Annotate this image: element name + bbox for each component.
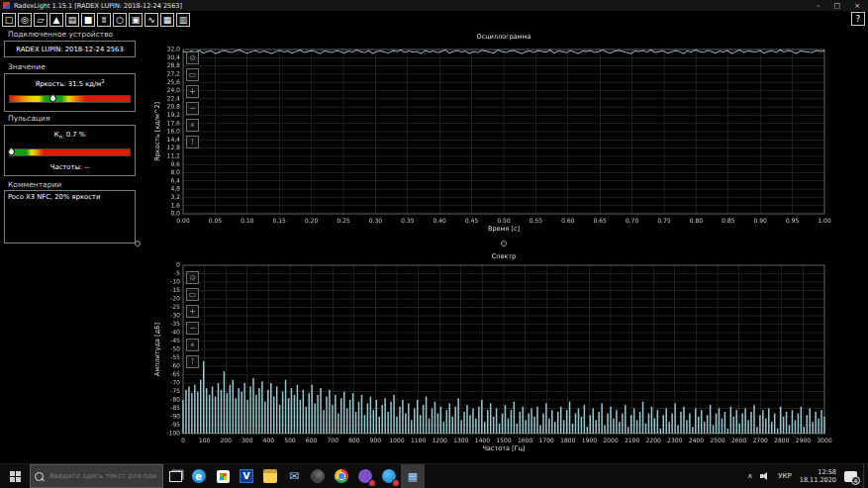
search-device-icon[interactable]: ◎ xyxy=(18,13,32,27)
brightness-marker[interactable] xyxy=(48,94,57,104)
windows-logo-icon xyxy=(10,471,21,482)
frequencies-label: Частоты: -- xyxy=(5,163,135,171)
taskbar-search[interactable] xyxy=(30,464,163,488)
box-zoom-icon[interactable]: ▭ xyxy=(186,288,199,301)
device-section-label: Подключенное устройство xyxy=(8,30,113,39)
spectrum-icon[interactable]: ▦ xyxy=(160,13,174,27)
white-screen-icon[interactable]: ■ xyxy=(81,13,95,27)
edge-icon[interactable]: e xyxy=(187,464,211,488)
comment-text[interactable]: Poco X3 NFC, 20% яркости xyxy=(8,193,100,201)
spectrum-chart[interactable] xyxy=(148,249,863,459)
store-icon[interactable] xyxy=(211,464,235,488)
oscillogram-toolbar: ⊙▭+−⌖⊺ xyxy=(186,51,199,152)
window-title: RadexLight 1.15.1 [RADEX LUPIN: 2018-12-… xyxy=(14,2,817,10)
clock-display-icon[interactable]: ▣ xyxy=(129,13,143,27)
zoom-icon[interactable]: ⊙ xyxy=(186,51,199,64)
volume-icon[interactable] xyxy=(760,472,770,481)
taskbar-clock[interactable]: 12:58 18.11.2020 xyxy=(800,468,836,484)
close-button[interactable]: × xyxy=(854,2,860,10)
start-button[interactable] xyxy=(0,464,30,488)
notification-badge: 4 xyxy=(851,476,860,485)
reset-icon[interactable]: ⊺ xyxy=(186,136,199,148)
pulsation-value: Кп: 0.7 % xyxy=(5,131,135,140)
v-app-icon[interactable]: V xyxy=(235,464,258,488)
viber-icon[interactable] xyxy=(353,464,377,488)
open-file-icon[interactable]: ▱ xyxy=(34,13,48,27)
show-desktop-button[interactable] xyxy=(863,464,868,488)
pulsation-marker[interactable] xyxy=(7,147,17,157)
device-name: RADEX LUPIN: 2018-12-24 2563 xyxy=(5,46,135,53)
reset-icon[interactable]: ⊺ xyxy=(186,355,199,368)
zoom-out-icon[interactable]: − xyxy=(186,322,199,335)
chrome-icon[interactable] xyxy=(330,464,353,488)
title-bar: RadexLight 1.15.1 [RADEX LUPIN: 2018-12-… xyxy=(0,0,868,11)
oscillogram-chart[interactable] xyxy=(148,30,863,240)
comments-box[interactable]: Poco X3 NFC, 20% яркости xyxy=(4,190,136,244)
pan-icon[interactable]: ⌖ xyxy=(186,119,199,132)
comments-section-label: Комментарии xyxy=(8,180,61,189)
messenger-icon[interactable] xyxy=(377,464,401,488)
taskbar-apps: eV✉▦ xyxy=(187,464,425,488)
browser-icon xyxy=(311,469,325,483)
task-view-button[interactable] xyxy=(163,464,187,488)
explorer-icon xyxy=(263,469,277,483)
edge-icon: e xyxy=(192,469,206,483)
export-icon[interactable]: ▲ xyxy=(49,13,63,27)
brightness-scale xyxy=(9,95,131,103)
pulsation-scale xyxy=(9,148,131,156)
spectrum-toolbar: ⊙▭+−⌖⊺ xyxy=(186,271,199,372)
v-app-icon: V xyxy=(240,469,253,483)
notification-center-icon[interactable]: 4 xyxy=(844,471,857,482)
pan-icon[interactable]: ⌖ xyxy=(186,339,199,351)
chrome-icon xyxy=(335,469,348,483)
value-section-label: Значение xyxy=(8,62,46,71)
hidden-icons-chevron-icon[interactable]: ∧ xyxy=(747,472,752,480)
unread-badge xyxy=(392,479,400,487)
zoom-out-icon[interactable]: − xyxy=(186,102,199,115)
minimize-button[interactable]: – xyxy=(817,2,820,10)
card-icon[interactable]: ▥ xyxy=(176,13,190,27)
brightness-box: Яркость: 31.5 кд/м2 xyxy=(4,73,136,112)
chart-splitter-handle[interactable] xyxy=(501,241,507,246)
radexlight-icon[interactable]: ▦ xyxy=(401,464,425,488)
system-tray: ∧ УКР 12:58 18.11.2020 4 xyxy=(747,464,863,488)
ring-icon[interactable]: ○ xyxy=(113,13,127,27)
save-icon[interactable]: ▤ xyxy=(65,13,79,27)
search-icon xyxy=(35,472,44,481)
help-button[interactable]: ? xyxy=(851,12,865,26)
zoom-icon[interactable]: ⊙ xyxy=(186,271,199,284)
pulsation-box: Кп: 0.7 % Частоты: -- xyxy=(4,125,136,176)
app-icon xyxy=(3,2,10,9)
oscillogram-icon[interactable]: ʬ xyxy=(97,13,111,27)
zoom-in-icon[interactable]: + xyxy=(186,305,199,318)
language-indicator[interactable]: УКР xyxy=(778,472,791,480)
brightness-value: Яркость: 31.5 кд/м2 xyxy=(5,78,135,88)
radexlight-icon: ▦ xyxy=(406,469,420,483)
browser-icon[interactable] xyxy=(306,464,330,488)
explorer-icon[interactable] xyxy=(258,464,282,488)
device-name-box: RADEX LUPIN: 2018-12-24 2563 xyxy=(4,41,136,57)
store-icon xyxy=(217,470,230,483)
unread-badge xyxy=(368,479,376,487)
new-window-icon[interactable]: □ xyxy=(2,13,16,27)
measurement-icon[interactable]: ∿ xyxy=(145,13,158,27)
pulsation-section-label: Пульсация xyxy=(8,114,50,123)
task-view-icon xyxy=(169,471,182,482)
zoom-in-icon[interactable]: + xyxy=(186,85,199,98)
toolbar: □◎▱▲▤■ʬ○▣∿▦▥ xyxy=(0,11,868,29)
search-input[interactable] xyxy=(48,471,158,481)
taskbar: eV✉▦ ∧ УКР 12:58 18.11.2020 4 xyxy=(0,463,868,488)
mail-icon: ✉ xyxy=(287,469,301,483)
mail-icon[interactable]: ✉ xyxy=(282,464,306,488)
maximize-button[interactable]: □ xyxy=(834,2,841,10)
box-zoom-icon[interactable]: ▭ xyxy=(186,68,199,81)
comments-resize-handle[interactable] xyxy=(135,241,141,246)
